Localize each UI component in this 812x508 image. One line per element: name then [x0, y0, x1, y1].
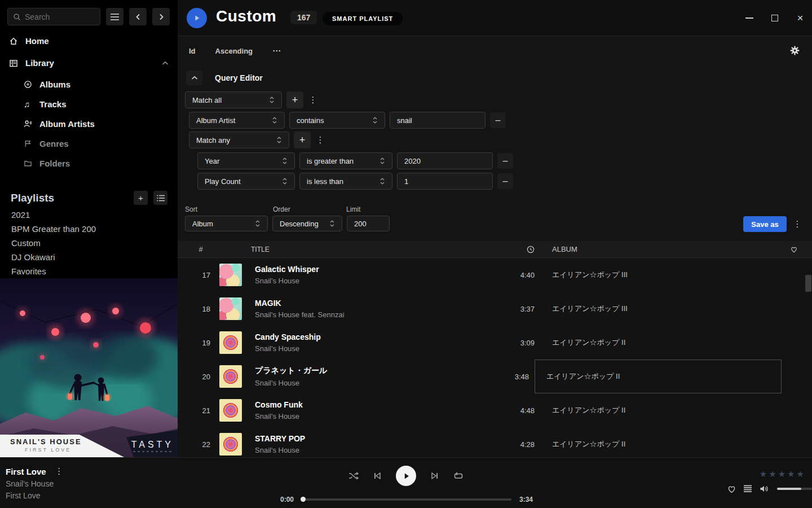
playlist-item[interactable]: Custom	[11, 238, 164, 248]
group-menu-button[interactable]: ⋮	[315, 132, 325, 148]
rule-field-select[interactable]: Play Count	[197, 173, 295, 190]
maximize-button[interactable]	[771, 14, 779, 22]
table-row[interactable]: 20 プラネット・ガール Snail's House 3:48 エイリアン☆ポッ…	[178, 360, 812, 393]
track-artist[interactable]: Snail's House	[255, 277, 489, 285]
close-button[interactable]: ×	[796, 14, 804, 22]
track-album[interactable]: エイリアン☆ポップ III	[535, 258, 782, 292]
playlist-list-button[interactable]	[153, 191, 167, 205]
rule-value-input[interactable]	[397, 152, 493, 169]
sidebar-item-library[interactable]: Library	[9, 58, 169, 68]
table-row[interactable]: 19 Candy Spaceship Snail's House 3:09 エイ…	[178, 326, 812, 360]
sidebar-item-albums[interactable]: Albums	[24, 80, 169, 89]
track-album[interactable]: エイリアン☆ポップ II	[535, 393, 782, 427]
track-album[interactable]: エイリアン☆ポップ II	[535, 326, 782, 360]
track-title[interactable]: Cosmo Funk	[255, 400, 489, 409]
menu-button[interactable]	[106, 8, 123, 25]
add-group-rule-button[interactable]: +	[294, 132, 311, 148]
chevron-up-icon[interactable]	[162, 61, 169, 65]
minimize-button[interactable]	[745, 14, 753, 22]
table-row[interactable]: 22 STARRY POP Snail's House 4:28 エイリアン☆ポ…	[178, 427, 812, 457]
album-column-header[interactable]: ALBUM	[535, 241, 782, 257]
track-title[interactable]: STARRY POP	[255, 434, 489, 443]
search-box[interactable]	[7, 8, 100, 25]
playlist-item[interactable]: DJ Okawari	[11, 252, 164, 262]
scrollbar-thumb[interactable]	[805, 275, 811, 292]
sidebar-item-genres[interactable]: Genres	[24, 139, 169, 148]
track-title[interactable]: プラネット・ガール	[255, 366, 484, 376]
more-options-icon[interactable]: ⋯	[272, 46, 281, 56]
star-icon[interactable]: ★	[787, 469, 795, 479]
queue-button[interactable]	[743, 484, 753, 494]
add-playlist-button[interactable]: +	[134, 191, 148, 205]
rule-field-select[interactable]: Album Artist	[189, 112, 285, 129]
star-icon[interactable]: ★	[769, 469, 776, 479]
star-icon[interactable]: ★	[797, 469, 804, 479]
search-input[interactable]	[25, 12, 87, 21]
rule-operator-select[interactable]: contains	[289, 112, 385, 129]
track-album[interactable]: エイリアン☆ポップ II	[535, 427, 782, 457]
track-album[interactable]: エイリアン☆ポップ III	[535, 292, 782, 326]
number-column-header[interactable]: #	[191, 245, 210, 253]
settings-button[interactable]	[790, 46, 800, 58]
title-column-header[interactable]: TITLE	[251, 246, 489, 253]
remove-rule-button[interactable]: –	[490, 112, 506, 128]
save-as-button[interactable]: Save as	[743, 216, 787, 232]
star-icon[interactable]: ★	[760, 469, 767, 479]
track-title[interactable]: Candy Spaceship	[255, 332, 489, 341]
limit-input[interactable]	[347, 216, 390, 231]
rule-field-select[interactable]: Year	[197, 152, 295, 169]
rule-value-input[interactable]	[390, 112, 486, 129]
remove-rule-button[interactable]: –	[497, 153, 513, 169]
table-row[interactable]: 21 Cosmo Funk Snail's House 4:48 エイリアン☆ポ…	[178, 393, 812, 427]
next-button[interactable]	[430, 471, 440, 481]
star-icon[interactable]: ★	[778, 469, 785, 479]
sidebar-item-folders[interactable]: Folders	[24, 159, 169, 168]
seek-knob[interactable]	[301, 497, 306, 502]
track-title[interactable]: MAGIK	[255, 299, 489, 308]
play-pause-button[interactable]	[396, 466, 416, 486]
track-album-focused-cell[interactable]: エイリアン☆ポップ II	[535, 360, 782, 393]
table-row[interactable]: 18 MAGIK Snail's House feat. Sennzai 3:3…	[178, 292, 812, 326]
seek-slider[interactable]	[302, 498, 511, 501]
sidebar-item-album-artists[interactable]: Album Artists	[24, 119, 169, 129]
order-select[interactable]: Descending	[272, 216, 342, 231]
sort-direction-button[interactable]: Ascending	[215, 47, 253, 55]
remove-rule-button[interactable]: –	[497, 173, 513, 189]
sidebar-item-tracks[interactable]: ♫ Tracks	[24, 99, 169, 109]
sidebar-item-home[interactable]: Home	[9, 36, 169, 46]
track-artist[interactable]: Snail's House	[255, 412, 489, 421]
duration-column-header[interactable]	[489, 246, 535, 253]
now-playing-album-art[interactable]: SNAIL'S HOUSE FIRST LOVE TASTY	[0, 278, 178, 457]
shuffle-button[interactable]	[348, 471, 359, 481]
table-row[interactable]: 17 Galactic Whisper Snail's House 4:40 エ…	[178, 258, 812, 292]
rule-value-input[interactable]	[397, 173, 493, 190]
volume-slider[interactable]	[777, 488, 812, 490]
playlist-item[interactable]: BPM Greater than 200	[11, 224, 164, 234]
track-artist[interactable]: Snail's House	[255, 446, 489, 454]
volume-button[interactable]	[759, 484, 769, 494]
back-button[interactable]	[129, 8, 147, 25]
add-rule-button[interactable]: +	[286, 91, 303, 108]
track-artist[interactable]: Snail's House	[255, 379, 484, 387]
save-menu-button[interactable]: ⋮	[792, 216, 802, 232]
forward-button[interactable]	[152, 8, 170, 25]
group-match-type-select[interactable]: Match any	[189, 132, 289, 148]
sort-select[interactable]: Album	[185, 216, 268, 231]
track-title[interactable]: Galactic Whisper	[255, 265, 489, 274]
now-playing-album[interactable]: First Love	[6, 491, 64, 500]
rule-group-menu-button[interactable]: ⋮	[308, 91, 318, 108]
rule-operator-select[interactable]: is less than	[299, 173, 392, 190]
playlist-item[interactable]: 2021	[11, 210, 164, 220]
track-artist[interactable]: Snail's House	[255, 344, 489, 353]
favorite-button[interactable]	[726, 484, 736, 494]
track-artist[interactable]: Snail's House feat. Sennzai	[255, 310, 489, 319]
collapse-query-editor-button[interactable]	[186, 71, 202, 85]
rule-operator-select[interactable]: is greater than	[299, 152, 392, 169]
match-type-select[interactable]: Match all	[185, 91, 282, 108]
playlist-item[interactable]: Favorites	[11, 266, 164, 276]
repeat-button[interactable]	[453, 471, 464, 481]
favorite-column-header[interactable]	[782, 246, 806, 253]
sort-field-button[interactable]: Id	[189, 47, 196, 55]
play-playlist-button[interactable]	[187, 8, 207, 28]
previous-button[interactable]	[372, 471, 382, 481]
